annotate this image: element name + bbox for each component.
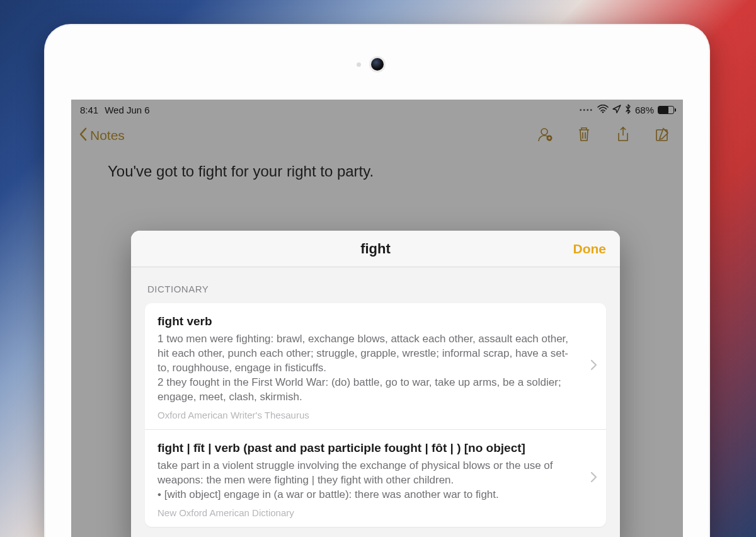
lookup-modal: fight Done DICTIONARY fight verb 1 two m… [131,231,620,537]
dictionary-section-label: DICTIONARY [147,284,606,294]
dictionary-entry[interactable]: fight | fīt | verb (past and past partic… [145,429,606,527]
chevron-right-icon [590,471,597,485]
entry-source: New Oxford American Dictionary [158,507,578,518]
ipad-frame: 8:41 Wed Jun 6 •••• [44,24,710,537]
proximity-sensor [357,62,361,67]
entry-title: fight verb [158,315,578,328]
entry-body: 1 two men were fighting: brawl, exchange… [158,332,578,405]
lookup-body[interactable]: DICTIONARY fight verb 1 two men were fig… [131,267,620,537]
lookup-title: fight [360,241,391,257]
front-camera [371,58,384,71]
done-button[interactable]: Done [573,241,607,257]
dictionary-card: fight verb 1 two men were fighting: braw… [145,303,606,527]
dictionary-entry[interactable]: fight verb 1 two men were fighting: braw… [145,303,606,429]
wallpaper: 8:41 Wed Jun 6 •••• [0,0,756,537]
entry-body: take part in a violent struggle involvin… [158,459,578,502]
ipad-screen: 8:41 Wed Jun 6 •••• [71,100,683,537]
chevron-right-icon [590,359,597,373]
entry-source: Oxford American Writer's Thesaurus [158,410,578,420]
entry-title: fight | fīt | verb (past and past partic… [158,441,578,455]
lookup-header: fight Done [131,231,620,267]
